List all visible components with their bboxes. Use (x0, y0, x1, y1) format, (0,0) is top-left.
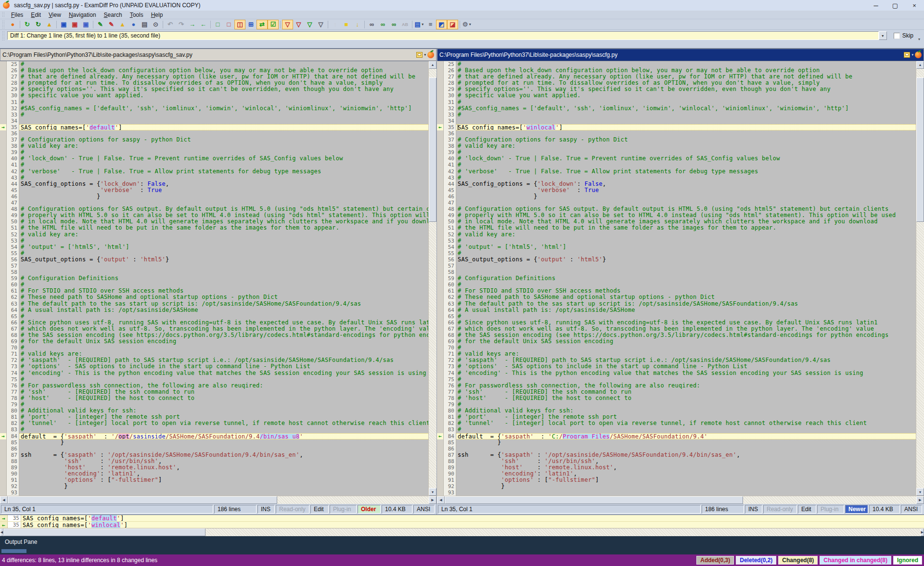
code-line-left-41[interactable]: 41# (0, 162, 428, 168)
code-line-left-61[interactable]: 61# For STDIO and STDIO over SSH access … (0, 288, 428, 294)
code-line-right-75[interactable]: 75# (437, 376, 916, 383)
second-hscroll-thumb[interactable] (445, 496, 743, 504)
show-diffs-filter-icon[interactable]: ▽ (293, 20, 304, 29)
code-line-right-30[interactable]: 30# specific value you want applied. (437, 92, 916, 99)
diff-detail-row-1[interactable]: →35SAS_config_names=['default'] (0, 515, 924, 522)
code-line-left-45[interactable]: 45 'verbose' : True (0, 187, 428, 193)
code-line-right-32[interactable]: 32#SAS_config_names = ['default', 'ssh',… (437, 105, 916, 112)
first-file-header[interactable]: C:\Program Files\Python\Python37\Lib\sit… (0, 49, 436, 61)
code-line-right-38[interactable]: 38# valid key are: (437, 143, 916, 149)
first-header-dropdown-icon[interactable]: ▾ (424, 53, 426, 57)
code-line-left-26[interactable]: 26# Based upon the lock_down configurati… (0, 67, 428, 74)
code-line-left-51[interactable]: 51# the HTML file will need to be put in… (0, 225, 428, 231)
menu-search[interactable]: Search (100, 11, 126, 19)
code-line-left-64[interactable]: 64# A usual install path is: /opt/sasins… (0, 307, 428, 313)
scroll-up-icon[interactable]: ▲ (916, 61, 924, 69)
code-line-left-78[interactable]: 78# 'host' - [REQUIRED] the host to conn… (0, 395, 428, 401)
code-line-left-75[interactable]: 75# (0, 376, 428, 383)
code-line-right-80[interactable]: 80# Additional valid keys for ssh: (437, 408, 916, 414)
print-preview-icon[interactable]: ⊙ (150, 20, 161, 29)
first-horizontal-scrollbar[interactable]: ◀ ▶ (0, 496, 436, 504)
find-icon[interactable]: ∞ (366, 20, 377, 29)
menu-help[interactable]: Help (147, 11, 167, 19)
code-line-left-43[interactable]: 43# (0, 175, 428, 181)
code-line-right-73[interactable]: 73# 'options' - SAS options to include i… (437, 363, 916, 370)
code-line-left-33[interactable]: 33# (0, 112, 428, 118)
show-all-lines-filter-icon[interactable]: ▽ (282, 20, 293, 29)
show-second-pane-icon[interactable]: □ (223, 20, 234, 29)
recompare-icon[interactable]: ↻ (22, 20, 33, 29)
code-line-right-68[interactable]: 68# the SAS session encoding (see https:… (437, 332, 916, 338)
code-line-right-62[interactable]: 62# These need path to SASHome and optio… (437, 294, 916, 300)
code-line-right-50[interactable]: 50# in local mode. Note that HTML 4.0 wi… (437, 219, 916, 225)
code-line-right-59[interactable]: 59# Configuration Definitions (437, 275, 916, 282)
code-line-left-59[interactable]: 59# Configuration Definitions (0, 275, 428, 282)
code-line-left-29[interactable]: 29# specify options=''. This way it's sp… (0, 86, 428, 92)
code-line-left-66[interactable]: 66# Since python uses utf-8, running SAS… (0, 320, 428, 326)
code-line-left-76[interactable]: 76# For passwordless ssh connection, the… (0, 383, 428, 389)
code-line-left-70[interactable]: 70# (0, 345, 428, 351)
code-line-right-53[interactable]: 53# (437, 238, 916, 244)
scroll-left-icon[interactable]: ◀ (437, 496, 445, 504)
open-files-icon[interactable]: ▲ (44, 20, 55, 29)
code-line-right-31[interactable]: 31# (437, 99, 916, 105)
second-file-header[interactable]: C:\Program Files\Python\Python37\Lib\sit… (437, 49, 924, 61)
prev-change-icon[interactable]: ↑ (330, 20, 341, 29)
first-save-icon[interactable] (416, 52, 423, 58)
first-header-compare-icon[interactable] (427, 51, 434, 58)
detail-horizontal-scrollbar[interactable]: ◀ ▶ (0, 528, 924, 536)
code-line-right-36[interactable]: 36 (437, 130, 916, 137)
code-line-right-88[interactable]: 88 'ssh' : '/usr/bin/ssh', (437, 458, 916, 464)
code-line-right-79[interactable]: 79# (437, 401, 916, 408)
code-line-right-34[interactable]: 34 (437, 118, 916, 124)
editor-options-icon[interactable]: ◪ (447, 20, 458, 29)
code-line-right-40[interactable]: 40# 'lock_down' - True | False. True = P… (437, 155, 916, 162)
code-line-right-71[interactable]: 71# valid keys are: (437, 351, 916, 357)
auto-recompare-icon[interactable]: ☑ (268, 20, 279, 29)
code-line-left-79[interactable]: 79# (0, 401, 428, 408)
code-line-right-35[interactable]: ←35SAS_config_names=['winlocal'] (437, 124, 916, 130)
code-line-right-92[interactable]: 92 } (437, 483, 916, 489)
restore-button[interactable]: ▢ (886, 0, 905, 11)
first-hscroll-thumb[interactable] (8, 496, 277, 504)
menu-navigation[interactable]: Navigation (65, 11, 100, 19)
code-line-right-27[interactable]: 27# that are defined already. Any necess… (437, 74, 916, 80)
code-line-left-38[interactable]: 38# valid key are: (0, 143, 428, 149)
menu-grip[interactable] (2, 12, 5, 18)
code-line-left-60[interactable]: 60# (0, 282, 428, 288)
code-line-left-48[interactable]: 48# Configuration options for SAS output… (0, 206, 428, 212)
print-icon[interactable]: ▤ (139, 20, 150, 29)
code-line-left-47[interactable]: 47 (0, 200, 428, 206)
code-line-left-28[interactable]: 28# prompted for at run time. To dissall… (0, 80, 428, 86)
scroll-right-icon[interactable]: ▶ (921, 528, 924, 536)
code-line-right-90[interactable]: 90 'encoding': 'latin1', (437, 471, 916, 477)
redo-icon[interactable]: ↷ (176, 20, 187, 29)
code-line-left-63[interactable]: 63# The default path to the sas start up… (0, 301, 428, 307)
scroll-left-icon[interactable]: ◀ (0, 528, 3, 536)
code-line-right-41[interactable]: 41# (437, 162, 916, 168)
code-line-left-58[interactable]: 58 (0, 269, 428, 275)
menu-edit[interactable]: Edit (27, 11, 45, 19)
current-change-icon[interactable]: ■ (341, 20, 352, 29)
diff-detail-row-2[interactable]: ←35SAS_config_names=['winlocal'] (0, 522, 924, 528)
code-line-right-91[interactable]: 91 'options' : ["-fullstimer"] (437, 477, 916, 483)
code-line-right-44[interactable]: 44SAS_config_options = {'lock_down': Fal… (437, 181, 916, 187)
code-line-left-82[interactable]: 82# 'tunnel' - [integer] local port to o… (0, 420, 428, 426)
code-line-right-55[interactable]: 55# (437, 250, 916, 257)
edit-first-icon[interactable]: ✎ (95, 20, 106, 29)
code-line-left-40[interactable]: 40# 'lock_down' - True | False. True = P… (0, 155, 428, 162)
code-line-right-37[interactable]: 37# Configuration options for saspy - py… (437, 137, 916, 143)
code-line-right-66[interactable]: 66# Since python uses utf-8, running SAS… (437, 320, 916, 326)
menu-tools[interactable]: Tools (126, 11, 147, 19)
scroll-right-icon[interactable]: ▶ (916, 496, 924, 504)
code-line-right-78[interactable]: 78# 'host' - [REQUIRED] the host to conn… (437, 395, 916, 401)
code-line-left-53[interactable]: 53# (0, 238, 428, 244)
dropdown-arrow-icon[interactable]: ▼ (421, 23, 424, 26)
scroll-left-icon[interactable]: ◀ (0, 496, 8, 504)
code-line-right-45[interactable]: 45 'verbose' : True (437, 187, 916, 193)
second-horizontal-scrollbar[interactable]: ◀ ▶ (437, 496, 924, 504)
code-line-left-71[interactable]: 71# valid keys are: (0, 351, 428, 357)
diff-combo-dropdown-icon[interactable]: ▼ (879, 31, 887, 40)
code-line-right-46[interactable]: 46 } (437, 193, 916, 200)
second-file-code[interactable]: 25#26# Based upon the lock_down configur… (437, 61, 916, 496)
